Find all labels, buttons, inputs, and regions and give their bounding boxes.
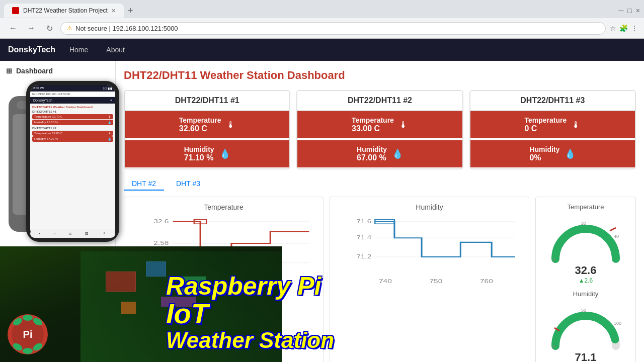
phone-signal: 5G ▮▮▮ (103, 86, 112, 90)
sensor2-temp-label: Temperature (352, 116, 394, 124)
phone-sensor2-hum: Humidity 67.00 %💧 (32, 136, 113, 142)
phone-url: http://192.168.100.121:5000 (32, 93, 70, 96)
gauge-temp-change: ▲2.6 (545, 277, 626, 284)
nav-about[interactable]: About (102, 44, 129, 56)
menu-icon[interactable]: ⋮ (631, 24, 638, 32)
tab-dht2[interactable]: DHT #2 (124, 177, 164, 191)
thermometer-icon-1: 🌡 (226, 120, 235, 130)
back-button[interactable]: ← (6, 21, 20, 35)
gauge-temp-label: Temperature (545, 203, 626, 211)
address-bar: ← → ↻ ⚠ Not secure | 192.168.100.121:500… (0, 18, 644, 38)
address-input[interactable]: ⚠ Not secure | 192.168.100.121:5000 (60, 22, 606, 35)
sidebar-title: ⊞ Dashboard (6, 67, 109, 75)
svg-text:100: 100 (614, 321, 621, 326)
phone-nav-home[interactable]: ⌂ (69, 231, 71, 236)
gauge-hum-value: 71.1 (545, 351, 626, 362)
svg-text:71.2: 71.2 (356, 253, 371, 259)
sensor3-hum-value: 0% (529, 153, 559, 162)
tab-close-button[interactable]: × (112, 7, 116, 15)
sensor1-hum-label: Humidity (184, 145, 214, 153)
sensor3-temp-value: 0 C (524, 124, 567, 133)
phone-nav-tabs[interactable]: ⊡ (85, 231, 89, 236)
phone-sensor1-title: DHT22/DHT11 #1 (32, 110, 113, 113)
humidity-icon-3: 💧 (565, 148, 576, 159)
phone-sensor1-temp: Temperature 32.70 C🌡 (32, 114, 113, 119)
refresh-button[interactable]: ↻ (42, 21, 56, 35)
svg-text:32.6: 32.6 (153, 218, 169, 224)
phone-sensor2-temp: Temperature 33.00 C🌡 (32, 131, 113, 136)
extensions-icon[interactable]: 🧩 (619, 24, 628, 32)
gauge-temp-svg: 0 20 40 (545, 214, 626, 264)
maximize-button[interactable]: □ (627, 7, 631, 15)
rpi-logo: Pi (5, 312, 50, 357)
phone-sensor1-hum: Humidity 71.30 %💧 (32, 120, 113, 125)
phone-brand: DonskyTech (33, 99, 52, 102)
phone-time: 2:40 PM (33, 86, 44, 90)
svg-text:71.4: 71.4 (356, 235, 372, 241)
svg-point-31 (23, 315, 33, 321)
svg-text:760: 760 (480, 278, 493, 284)
app-navbar: DonskyTech Home About (0, 39, 644, 61)
sensor3-humidity: Humidity 0% 💧 (470, 140, 635, 167)
svg-text:740: 740 (379, 278, 392, 284)
svg-text:0: 0 (552, 257, 555, 262)
rpi-background: Pi (0, 246, 282, 362)
tab-favicon (12, 7, 19, 14)
forward-button[interactable]: → (24, 21, 38, 35)
sensor2-temperature: Temperature 33.00 C 🌡 (297, 111, 462, 138)
active-tab[interactable]: DHT22 Weather Station Project × (4, 4, 124, 18)
gauge-temp-value: 32.6 (545, 264, 626, 277)
address-text: Not secure | 192.168.100.121:5000 (75, 25, 178, 32)
sensor2-header: DHT22/DHT11 #2 (297, 91, 462, 111)
svg-text:40: 40 (614, 234, 619, 239)
sidebar-dashboard-label[interactable]: Dashboard (16, 67, 53, 75)
dashboard-title: DHT22/DHT11 Weather Station Dashboard (124, 69, 636, 82)
phone-nav-back[interactable]: ‹ (39, 231, 41, 236)
close-window-button[interactable]: × (636, 7, 640, 15)
svg-text:2.58: 2.58 (153, 240, 169, 246)
sensor2-humidity: Humidity 67.00 % 💧 (297, 140, 462, 167)
svg-text:Pi: Pi (23, 329, 33, 340)
grid-icon: ⊞ (6, 67, 12, 75)
sensor-card-2: DHT22/DHT11 #2 Temperature 33.00 C 🌡 Hum… (296, 90, 463, 169)
phone-dashboard-title: DHT22/DHT11 Weather Station Dashboard (32, 106, 113, 109)
gauge-panel: Temperature 0 20 40 32.6 ▲2.6 (535, 197, 636, 362)
svg-text:0: 0 (552, 344, 555, 349)
tab-dht3[interactable]: DHT #3 (168, 177, 208, 191)
circuit-board (80, 251, 282, 362)
phone-nav-dots[interactable]: ⋮ (102, 231, 106, 236)
nav-home[interactable]: Home (65, 44, 92, 56)
sensor-card-3: DHT22/DHT11 #3 Temperature 0 C 🌡 Humidit… (469, 90, 636, 169)
chart-tabs: DHT #2 DHT #3 (124, 177, 636, 191)
tab-title: DHT22 Weather Station Project (23, 7, 108, 14)
sensor2-temp-value: 33.00 C (352, 124, 394, 133)
thermometer-icon-3: 🌡 (572, 120, 581, 130)
svg-text:20: 20 (581, 221, 586, 226)
sensor2-hum-value: 67.00 % (357, 153, 387, 162)
temperature-gauge: Temperature 0 20 40 32.6 ▲2.6 (545, 203, 626, 284)
svg-text:50: 50 (581, 308, 586, 313)
humidity-gauge: Humidity 0 50 100 71.1 ▲21.1 (545, 290, 626, 362)
sensor3-temp-label: Temperature (524, 116, 567, 124)
app-brand: DonskyTech (8, 45, 55, 54)
sensor1-temp-value: 32.60 C (179, 124, 221, 133)
security-icon: ⚠ (67, 25, 72, 32)
new-tab-button[interactable]: + (124, 6, 137, 16)
phone-foreground: 2:40 PM 5G ▮▮▮ http://192.168.100.121:50… (26, 81, 119, 242)
svg-line-20 (610, 228, 616, 231)
phone-nav-forward[interactable]: › (54, 231, 55, 236)
sensor3-header: DHT22/DHT11 #3 (470, 91, 635, 111)
svg-text:71.6: 71.6 (356, 218, 371, 224)
humidity-chart-title: Humidity (336, 203, 523, 211)
humidity-chart: Humidity 71.6 71.4 71.2 740 750 (330, 197, 529, 362)
sensor1-humidity: Humidity 71.10 % 💧 (125, 140, 289, 167)
humidity-icon-2: 💧 (392, 148, 403, 159)
gauge-hum-label: Humidity (545, 290, 626, 298)
minimize-button[interactable]: ─ (618, 7, 623, 15)
bookmark-icon[interactable]: ☆ (610, 24, 616, 32)
sensor1-header: DHT22/DHT11 #1 (125, 91, 289, 111)
tab-bar: DHT22 Weather Station Project × + ─ □ × (0, 0, 644, 18)
thermometer-icon-2: 🌡 (399, 120, 408, 130)
sensor2-hum-label: Humidity (357, 145, 387, 153)
humidity-chart-svg: 71.6 71.4 71.2 740 750 760 (336, 215, 523, 286)
